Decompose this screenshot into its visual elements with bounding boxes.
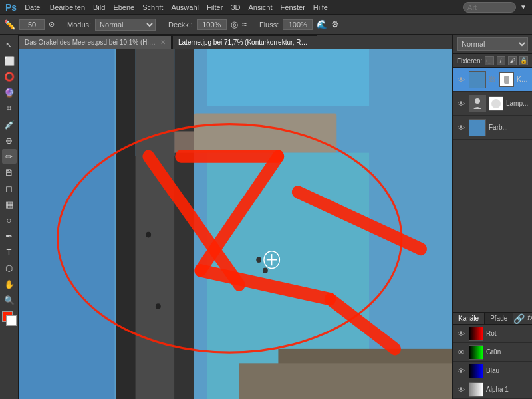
menu-bar: Ps Datei Bearbeiten Bild Ebene Schrift A… <box>0 0 532 15</box>
marquee-tool[interactable]: ⬜ <box>2 53 17 68</box>
fix-image-icon[interactable]: 🖌 <box>508 56 517 65</box>
tab-pfade[interactable]: Pfade <box>485 313 513 324</box>
layer-visibility-konturkorr[interactable]: 👁 <box>456 74 466 85</box>
channel-alpha1-visibility[interactable]: 👁 <box>456 384 466 395</box>
svg-point-26 <box>491 99 501 108</box>
menu-bearbeiten[interactable]: Bearbeiten <box>50 3 85 11</box>
svg-rect-8 <box>207 49 369 106</box>
flow-icon: 🌊 <box>317 19 327 29</box>
clone-tool[interactable]: 🖹 <box>2 165 17 180</box>
channel-thumb-blau <box>469 364 483 378</box>
document-tabs: Das Orakel des Meeres.psd bei 10,1% (Hin… <box>19 35 452 49</box>
channel-rot-visibility[interactable]: 👁 <box>456 329 466 339</box>
menu-3d[interactable]: 3D <box>231 3 240 11</box>
layer-visibility-lamp[interactable]: 👁 <box>456 98 466 109</box>
menu-ansicht[interactable]: Ansicht <box>248 3 272 11</box>
channel-thumb-rot <box>469 327 483 341</box>
tab-laterne[interactable]: Laterne.jpg bei 71,7% (Konturkorrektur, … <box>172 35 317 49</box>
menu-fenster[interactable]: Fenster <box>281 3 305 11</box>
canvas-container[interactable] <box>19 49 452 399</box>
tab-orakel-label: Das Orakel des Meeres.psd bei 10,1% (Hin… <box>25 39 158 46</box>
svg-rect-11 <box>239 363 452 399</box>
brush-tool-icon: ✏️ <box>4 19 15 30</box>
layer-name-konturkorr: Konturkorr... <box>517 76 529 83</box>
channel-name-alpha1: Alpha 1 <box>486 386 509 393</box>
channels-panel: Kanäle Pfade 🔗 fx 👁 Rot 👁 Grün � <box>453 312 532 399</box>
layer-visibility-farb[interactable]: 👁 <box>456 122 466 133</box>
shape-tool[interactable]: ⬡ <box>2 261 17 275</box>
gradient-tool[interactable]: ▦ <box>2 197 17 211</box>
panel-tabs: Kanäle Pfade <box>453 313 513 324</box>
brush-size-input[interactable]: 50 <box>19 19 45 30</box>
heal-tool[interactable]: ⊕ <box>2 133 17 148</box>
svg-point-12 <box>146 232 151 238</box>
panel-actions: 🔗 fx <box>513 313 532 324</box>
menu-auswahl[interactable]: Auswahl <box>171 3 199 11</box>
separator-3 <box>253 18 253 31</box>
menu-filter[interactable]: Filter <box>207 3 223 11</box>
menu-datei[interactable]: Datei <box>25 3 42 11</box>
layer-mask-konturkorr <box>499 72 514 87</box>
color-selector[interactable] <box>2 311 17 326</box>
opacity-label: Deckk.: <box>168 21 193 29</box>
channel-blau[interactable]: 👁 Blau <box>453 362 532 380</box>
channel-thumb-alpha1 <box>469 382 483 397</box>
dodge-tool[interactable]: ○ <box>2 213 17 227</box>
fx-icon[interactable]: fx <box>527 313 532 324</box>
channel-gruen-visibility[interactable]: 👁 <box>456 347 466 358</box>
lasso-tool[interactable]: ⭕ <box>2 69 17 84</box>
blend-mode-select[interactable]: Normal Aufhellen Multiplizieren <box>95 19 156 31</box>
svg-rect-7 <box>174 131 194 152</box>
crop-tool[interactable]: ⌗ <box>2 101 17 116</box>
menu-bild[interactable]: Bild <box>93 3 105 11</box>
canvas-area: Das Orakel des Meeres.psd bei 10,1% (Hin… <box>19 35 452 399</box>
blend-mode-panel: Normal Aufhellen Multiplizieren <box>453 35 532 54</box>
layer-thumb-lamp <box>469 95 486 112</box>
toolbox: ↖ ⬜ ⭕ 🔮 ⌗ 💉 ⊕ ✏ 🖹 ◻ ▦ ○ ✒ T ⬡ ✋ 🔍 <box>0 35 19 399</box>
fix-all-icon[interactable]: 🔒 <box>519 56 528 65</box>
svg-point-14 <box>256 257 261 263</box>
tab-kanale[interactable]: Kanäle <box>453 313 485 324</box>
tab-laterne-label: Laterne.jpg bei 71,7% (Konturkorrektur, … <box>178 39 311 46</box>
svg-rect-3 <box>116 49 135 399</box>
eraser-tool[interactable]: ◻ <box>2 181 17 196</box>
menu-ebene[interactable]: Ebene <box>113 3 134 11</box>
flow-input[interactable]: 100% <box>283 19 313 30</box>
svg-rect-1 <box>19 49 114 399</box>
pen-tool[interactable]: ✒ <box>2 229 17 243</box>
layer-blend-mode-select[interactable]: Normal Aufhellen Multiplizieren <box>457 37 528 51</box>
hand-tool[interactable]: ✋ <box>2 277 17 291</box>
svg-rect-27 <box>469 120 485 136</box>
brush-tool[interactable]: ✏ <box>2 149 17 164</box>
move-tool[interactable]: ↖ <box>2 37 17 52</box>
separator-1 <box>61 18 61 31</box>
svg-rect-20 <box>469 72 485 88</box>
channel-gruen[interactable]: 👁 Grün <box>453 343 532 362</box>
layer-item-farb[interactable]: 👁 Farb... <box>453 116 532 140</box>
eyedropper-tool[interactable]: 💉 <box>2 117 17 132</box>
layer-item-lamp[interactable]: 👁 Lamp... <box>453 92 532 116</box>
menu-hilfe[interactable]: Hilfe <box>313 3 328 11</box>
layer-item-konturkorr[interactable]: 👁 ⛓ Konturkorr... <box>453 68 532 92</box>
tab-orakel[interactable]: Das Orakel des Meeres.psd bei 10,1% (Hin… <box>19 35 172 49</box>
menu-schrift[interactable]: Schrift <box>142 3 163 11</box>
zoom-tool[interactable]: 🔍 <box>2 293 17 307</box>
fix-position-icon[interactable]: ⬚ <box>485 56 493 65</box>
channel-alpha1[interactable]: 👁 Alpha 1 <box>453 380 532 399</box>
search-input[interactable] <box>463 2 516 13</box>
channel-blau-visibility[interactable]: 👁 <box>456 366 466 376</box>
flow-label: Fluss: <box>259 21 279 29</box>
search-dropdown[interactable]: ▼ <box>520 3 527 11</box>
link-icon[interactable]: 🔗 <box>513 313 525 324</box>
background-color[interactable] <box>6 315 17 326</box>
layer-thumb-lamp-mask <box>489 96 503 111</box>
svg-rect-4 <box>136 49 175 399</box>
fix-transparent-icon[interactable]: / <box>497 56 505 65</box>
mode-label: Modus: <box>67 21 91 29</box>
tab-orakel-close[interactable]: ✕ <box>160 39 166 46</box>
svg-rect-6 <box>194 114 337 153</box>
opacity-input[interactable]: 100% <box>197 19 227 30</box>
channel-rot[interactable]: 👁 Rot <box>453 325 532 343</box>
quick-select-tool[interactable]: 🔮 <box>2 85 17 100</box>
text-tool[interactable]: T <box>2 245 17 259</box>
